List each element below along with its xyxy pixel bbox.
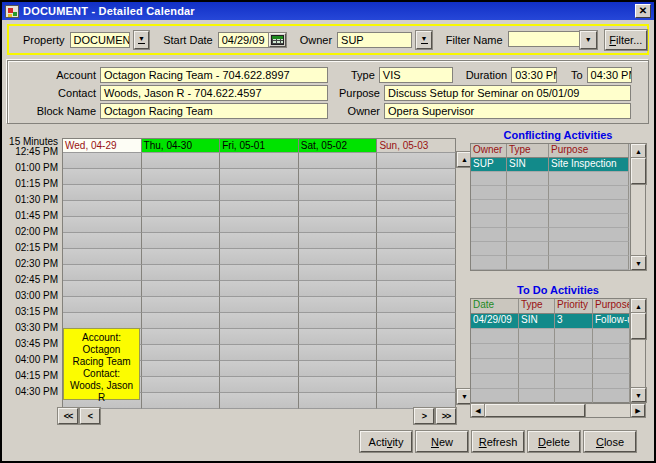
calendar-cell[interactable]: [220, 249, 299, 265]
column-header[interactable]: Type: [519, 299, 555, 314]
calendar-cell[interactable]: [377, 265, 456, 281]
calendar-cell[interactable]: [63, 233, 142, 249]
account-field[interactable]: Octagon Racing Team - 704.622.8997: [100, 67, 328, 83]
calendar-cell[interactable]: [299, 201, 378, 217]
filter-button[interactable]: Filter...: [605, 30, 647, 50]
calendar-cell[interactable]: [220, 185, 299, 201]
calendar-cell[interactable]: [220, 265, 299, 281]
owner-lov-button[interactable]: ▼: [416, 31, 431, 49]
calendar-cell[interactable]: [220, 153, 299, 169]
delete-button[interactable]: Delete: [528, 431, 580, 452]
calendar-cell[interactable]: [377, 393, 456, 409]
to-field[interactable]: 04:30 PM: [587, 67, 632, 83]
scroll-right-icon[interactable]: ▶: [631, 404, 645, 417]
calendar-cell[interactable]: [299, 169, 378, 185]
scroll-thumb[interactable]: [485, 404, 585, 417]
calendar-cell[interactable]: [377, 233, 456, 249]
calendar-cell[interactable]: [142, 297, 221, 313]
calendar-cell[interactable]: [142, 233, 221, 249]
calendar-cell[interactable]: [142, 201, 221, 217]
calendar-picker-button[interactable]: [269, 33, 286, 47]
calendar-cell[interactable]: [299, 361, 378, 377]
column-header[interactable]: Priority: [555, 299, 593, 314]
calendar-cell[interactable]: [299, 297, 378, 313]
calendar-cell[interactable]: [220, 217, 299, 233]
table-row[interactable]: [471, 389, 630, 404]
activity-button[interactable]: Activity: [360, 431, 412, 452]
calendar-cell[interactable]: [220, 281, 299, 297]
calendar-cell[interactable]: [299, 217, 378, 233]
calendar-cell[interactable]: [377, 217, 456, 233]
column-header[interactable]: Owner: [471, 144, 507, 158]
calendar-cell[interactable]: [220, 393, 299, 409]
start-date-field[interactable]: 04/29/09: [218, 32, 268, 48]
table-row[interactable]: 04/29/09SIN3Follow-up: [471, 314, 630, 329]
filter-name-combo[interactable]: ▼: [508, 31, 597, 49]
new-button[interactable]: New: [416, 431, 468, 452]
calendar-cell[interactable]: [142, 313, 221, 329]
column-header[interactable]: Type: [507, 144, 549, 158]
calendar-cell[interactable]: [377, 329, 456, 345]
close-icon[interactable]: ✕: [635, 4, 651, 18]
calendar-cell[interactable]: [377, 377, 456, 393]
scroll-thumb[interactable]: [631, 158, 646, 184]
calendar-cell[interactable]: [63, 201, 142, 217]
calendar-cell[interactable]: [63, 265, 142, 281]
calendar-cell[interactable]: [220, 377, 299, 393]
calendar-cell[interactable]: [377, 185, 456, 201]
calendar-cell[interactable]: [377, 361, 456, 377]
table-row[interactable]: [471, 186, 630, 200]
close-button[interactable]: Close: [584, 431, 636, 452]
calendar-cell[interactable]: [63, 153, 142, 169]
chevron-down-icon[interactable]: ▼: [580, 31, 597, 49]
calendar-cell[interactable]: [377, 297, 456, 313]
column-header[interactable]: Date: [471, 299, 519, 314]
property-field[interactable]: DOCUMENT: [70, 32, 130, 48]
calendar-cell[interactable]: [142, 377, 221, 393]
calendar-cell[interactable]: [63, 185, 142, 201]
calendar-cell[interactable]: [299, 185, 378, 201]
table-row[interactable]: [471, 374, 630, 389]
calendar-cell[interactable]: [220, 361, 299, 377]
calendar-cell[interactable]: [377, 281, 456, 297]
scroll-up-icon[interactable]: ▲: [631, 144, 646, 158]
calendar-cell[interactable]: [299, 281, 378, 297]
owner-field[interactable]: SUP: [337, 32, 412, 48]
calendar-cell[interactable]: [377, 201, 456, 217]
table-row[interactable]: [471, 228, 630, 242]
calendar-cell[interactable]: [299, 265, 378, 281]
scroll-thumb[interactable]: [631, 313, 646, 339]
scroll-left-icon[interactable]: ◀: [471, 404, 485, 417]
column-header[interactable]: Purpose: [549, 144, 629, 158]
calendar-cell[interactable]: [142, 345, 221, 361]
calendar-cell[interactable]: [142, 329, 221, 345]
event-note[interactable]: Account: Octagon Racing TeamContact: Woo…: [63, 328, 140, 400]
calendar-cell[interactable]: [142, 281, 221, 297]
next-page-button[interactable]: >>: [436, 408, 456, 424]
calendar-cell[interactable]: [220, 169, 299, 185]
calendar-cell[interactable]: [220, 329, 299, 345]
purpose-field[interactable]: Discuss Setup for Seminar on 05/01/09: [384, 85, 631, 101]
duration-field[interactable]: 03:30 PM: [511, 67, 556, 83]
calendar-cell[interactable]: [63, 249, 142, 265]
todo-hscrollbar[interactable]: ◀ ▶: [470, 403, 646, 418]
table-row[interactable]: [471, 200, 630, 214]
calendar-cell[interactable]: [299, 249, 378, 265]
table-row[interactable]: [471, 214, 630, 228]
calendar-cell[interactable]: [377, 345, 456, 361]
calendar-cell[interactable]: [142, 393, 221, 409]
todo-scrollbar[interactable]: ▲ ▼: [630, 299, 645, 402]
type-field[interactable]: VIS: [379, 67, 453, 83]
prev-day-button[interactable]: <: [80, 408, 100, 424]
calendar-cell[interactable]: [142, 361, 221, 377]
calendar-cell[interactable]: [142, 265, 221, 281]
table-row[interactable]: SUPSINSite Inspection: [471, 158, 630, 172]
calendar-cell[interactable]: [220, 233, 299, 249]
calendar-cell[interactable]: [377, 153, 456, 169]
calendar-cell[interactable]: [142, 217, 221, 233]
conflicting-scrollbar[interactable]: ▲ ▼: [630, 144, 645, 270]
filter-name-value[interactable]: [508, 31, 580, 47]
day-header[interactable]: Sat, 05-02: [299, 139, 378, 153]
calendar-cell[interactable]: [220, 297, 299, 313]
calendar-cell[interactable]: [142, 185, 221, 201]
